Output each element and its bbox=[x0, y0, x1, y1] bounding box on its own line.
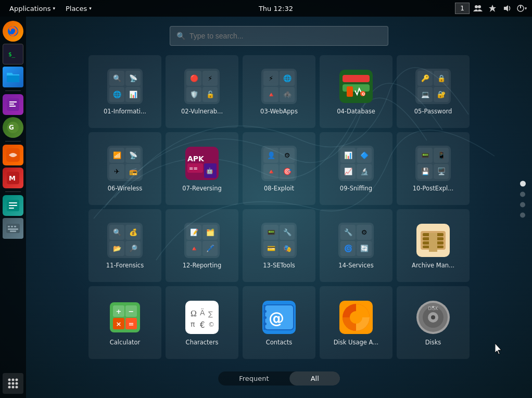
search-bar: 🔍 bbox=[170, 26, 388, 46]
calc-minus: − bbox=[125, 305, 137, 317]
app-icon-04-database: Q bbox=[337, 68, 375, 105]
app-item-04-database[interactable]: Q 04-Database bbox=[320, 55, 392, 128]
app-item-06-wireless[interactable]: 📶 📡 ✈️ 📻 06-Wireless bbox=[88, 132, 161, 205]
svg-text:π: π bbox=[191, 320, 195, 328]
app-item-11-forensics[interactable]: 🔍 💰 📂 🔎 11-Forensics bbox=[88, 209, 161, 282]
app-icon-calculator: + − × = bbox=[106, 299, 144, 336]
app-icon-14-services: 🔧 ⚙️ 🌀 🔄 bbox=[337, 222, 375, 259]
app-label-calculator: Calculator bbox=[110, 339, 140, 346]
svg-point-30 bbox=[12, 386, 15, 389]
app-label-11-forensics: 11-Forensics bbox=[106, 262, 144, 269]
panel-center: Thu 12:32 bbox=[97, 5, 455, 12]
applications-menu[interactable]: Applications ▾ bbox=[4, 0, 60, 17]
scroll-dot-2[interactable] bbox=[520, 191, 525, 197]
calc-plus: + bbox=[113, 305, 124, 317]
svg-text:≡≡: ≡≡ bbox=[189, 165, 198, 171]
volume-icon[interactable] bbox=[501, 2, 513, 15]
svg-rect-65 bbox=[263, 316, 267, 319]
svg-text:∑: ∑ bbox=[208, 310, 213, 318]
users-icon[interactable] bbox=[472, 2, 484, 15]
app-item-02-vulnerability[interactable]: 🔴 ⚡ 🛡️ 🔓 02-Vulnerab... bbox=[166, 55, 238, 128]
svg-rect-15 bbox=[9, 205, 17, 206]
app-label-07-reversing: 07-Reversing bbox=[182, 185, 222, 192]
app-label-08-exploit: 08-Exploit bbox=[264, 185, 294, 192]
svg-text:Ω: Ω bbox=[191, 309, 197, 318]
workspace-switcher[interactable]: 1 bbox=[455, 3, 470, 14]
svg-point-1 bbox=[478, 5, 481, 8]
pin-icon[interactable] bbox=[486, 2, 499, 15]
svg-point-31 bbox=[16, 386, 18, 389]
svg-point-74 bbox=[431, 315, 435, 319]
svg-point-26 bbox=[8, 382, 11, 385]
app-label-10-postexpl: 10-PostExpl... bbox=[413, 185, 453, 192]
svg-text:🤖: 🤖 bbox=[206, 167, 213, 174]
app-label-contacts: Contacts bbox=[266, 339, 293, 346]
app-item-14-services[interactable]: 🔧 ⚙️ 🌀 🔄 14-Services bbox=[320, 209, 392, 282]
power-icon[interactable]: ▾ bbox=[515, 2, 528, 15]
svg-text:@: @ bbox=[269, 309, 284, 327]
app-item-08-exploit[interactable]: 👤 ⚙️ 🔺 🎯 08-Exploit bbox=[243, 132, 315, 205]
svg-text:Ä: Ä bbox=[200, 308, 205, 317]
svg-point-35 bbox=[343, 75, 370, 82]
app-item-09-sniffing[interactable]: 📊 🔷 📈 🔬 09-Sniffing bbox=[320, 132, 392, 205]
app-icon-07-reversing: APK ≡≡ 🤖 bbox=[183, 145, 221, 182]
left-dock: $_ G M bbox=[0, 17, 26, 398]
app-icon-contacts: @ bbox=[260, 299, 298, 336]
app-item-07-reversing[interactable]: APK ≡≡ 🤖 07-Reversing bbox=[166, 132, 238, 205]
dock-item-list[interactable] bbox=[3, 195, 23, 216]
scroll-dot-3[interactable] bbox=[520, 202, 525, 207]
dock-item-appgrid[interactable] bbox=[3, 373, 23, 394]
app-item-archive-manager[interactable]: Archive Man... bbox=[397, 209, 470, 282]
app-icon-disks: DISK bbox=[414, 299, 452, 336]
app-item-calculator[interactable]: + − × = Calculator bbox=[88, 286, 161, 359]
app-item-10-postexpl[interactable]: 📟 📱 💾 🖥️ 10-PostExpl... bbox=[397, 132, 470, 205]
dock-item-terminal[interactable]: $_ bbox=[3, 44, 23, 65]
dock-item-gimp[interactable]: G bbox=[3, 117, 23, 138]
app-icon-13-setools: 📟 🔧 💳 🎭 bbox=[260, 222, 298, 259]
app-item-contacts[interactable]: @ Contacts bbox=[243, 286, 315, 359]
places-menu[interactable]: Places ▾ bbox=[60, 0, 97, 17]
app-item-01-information[interactable]: 🔍 📡 🌐 📊 01-Informati... bbox=[88, 55, 161, 128]
app-item-03-webapps[interactable]: ⚡ 🌐 🔺 🕷️ 03-WebApps bbox=[243, 55, 315, 128]
app-label-06-wireless: 06-Wireless bbox=[108, 185, 142, 192]
app-label-characters: Characters bbox=[186, 339, 219, 346]
svg-rect-51 bbox=[429, 233, 437, 252]
dock-separator-3 bbox=[5, 191, 21, 192]
app-icon-03-webapps: ⚡ 🌐 🔺 🕷️ bbox=[260, 68, 298, 105]
svg-text:APK: APK bbox=[187, 155, 205, 163]
dock-item-keyboard[interactable] bbox=[3, 218, 23, 239]
app-item-characters[interactable]: Ω Ä ∑ π € © Characters bbox=[166, 286, 238, 359]
app-label-12-reporting: 12-Reporting bbox=[183, 262, 222, 269]
app-label-03-webapps: 03-WebApps bbox=[260, 108, 298, 115]
dock-item-firefox[interactable] bbox=[3, 21, 23, 42]
places-label: Places bbox=[66, 5, 87, 12]
tab-all[interactable]: All bbox=[290, 371, 340, 386]
svg-text:©: © bbox=[208, 321, 214, 328]
svg-rect-19 bbox=[11, 226, 13, 227]
dock-item-marktext[interactable] bbox=[3, 94, 23, 115]
svg-rect-20 bbox=[14, 226, 16, 227]
svg-rect-18 bbox=[8, 226, 10, 227]
app-label-13-setools: 13-SETools bbox=[263, 262, 295, 269]
app-item-13-setools[interactable]: 📟 🔧 💳 🎭 13-SETools bbox=[243, 209, 315, 282]
dock-item-msf[interactable]: M bbox=[3, 168, 23, 188]
app-item-disks[interactable]: DISK Disks bbox=[397, 286, 470, 359]
workspace-number: 1 bbox=[460, 5, 464, 12]
app-item-05-password[interactable]: 🔑 🔒 💻 🔐 05-Password bbox=[397, 55, 470, 128]
app-item-12-reporting[interactable]: 📝 🗂️ 🔺 🖊️ 12-Reporting bbox=[166, 209, 238, 282]
app-icon-06-wireless: 📶 📡 ✈️ 📻 bbox=[106, 145, 144, 182]
scroll-dot-4[interactable] bbox=[520, 212, 525, 217]
scroll-dot-1[interactable] bbox=[520, 181, 526, 186]
svg-text:Q: Q bbox=[362, 92, 365, 96]
search-input[interactable] bbox=[189, 32, 382, 40]
dock-item-burp[interactable] bbox=[3, 145, 23, 165]
calc-equals: = bbox=[125, 318, 137, 329]
dock-item-files[interactable] bbox=[3, 67, 23, 87]
svg-rect-16 bbox=[9, 208, 14, 209]
app-label-archive-manager: Archive Man... bbox=[412, 262, 454, 269]
tab-frequent[interactable]: Frequent bbox=[218, 371, 289, 386]
app-icon-08-exploit: 👤 ⚙️ 🔺 🎯 bbox=[260, 145, 298, 182]
svg-rect-64 bbox=[263, 310, 267, 313]
app-item-disk-usage[interactable]: Disk Usage A... bbox=[320, 286, 392, 359]
scroll-indicators bbox=[520, 181, 526, 217]
